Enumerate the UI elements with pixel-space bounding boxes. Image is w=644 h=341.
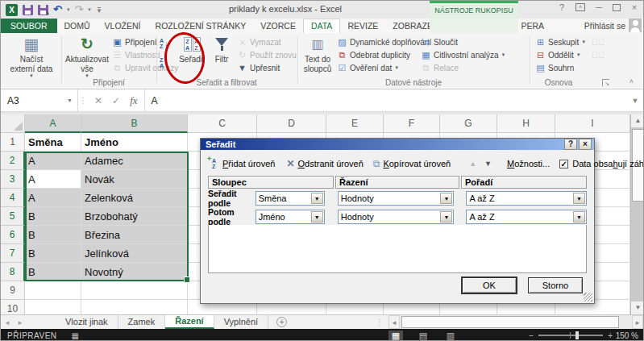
vertical-scrollbar[interactable]: ▲ ▼ bbox=[630, 114, 644, 314]
cancel-entry-icon[interactable]: ✕ bbox=[94, 95, 102, 106]
sign-in-link[interactable]: Přihlásit se bbox=[584, 19, 625, 33]
combo-arrow-icon[interactable]: ▼ bbox=[440, 193, 452, 204]
combo-arrow-icon[interactable]: ▼ bbox=[311, 211, 323, 222]
cell-b[interactable] bbox=[81, 281, 188, 300]
get-external-data-button[interactable]: ▦ Načíst externí data▼ bbox=[7, 35, 56, 79]
row-header[interactable]: 7 bbox=[1, 244, 25, 263]
column-header-a[interactable]: A bbox=[25, 114, 81, 133]
column-header-c[interactable]: C bbox=[188, 114, 257, 133]
maximize-button[interactable] bbox=[613, 4, 621, 11]
group-cells-button[interactable]: ⊞Seskupit▼ bbox=[535, 36, 586, 48]
column-header-e[interactable]: E bbox=[326, 114, 384, 133]
delete-level-button[interactable]: ✕ Odstranit úroveň bbox=[286, 158, 363, 169]
then-by-column-select[interactable]: Jméno▼ bbox=[256, 210, 325, 224]
sort-dialog-titlebar[interactable]: Seřadit ? × bbox=[201, 139, 594, 150]
cell-b[interactable]: Jelínková bbox=[81, 244, 188, 263]
cell-a[interactable]: A bbox=[25, 170, 81, 189]
cell-b[interactable]: Novotný bbox=[81, 263, 188, 281]
close-button[interactable]: × bbox=[629, 2, 640, 12]
cell-a[interactable] bbox=[25, 300, 81, 314]
minimize-button[interactable]: ─ bbox=[593, 2, 605, 12]
sheet-tab-vyplneni[interactable]: Vyplnění bbox=[214, 315, 268, 329]
expand-formula-bar-icon[interactable]: ▼ bbox=[627, 89, 643, 111]
combo-arrow-icon[interactable]: ▼ bbox=[311, 193, 323, 204]
tab-revize[interactable]: REVIZE bbox=[340, 19, 385, 33]
undo-button[interactable]: ↶ bbox=[53, 4, 62, 15]
advanced-filter-button[interactable]: ▼Upřesnit bbox=[237, 62, 297, 73]
move-level-down-icon[interactable]: ▼ bbox=[484, 160, 492, 168]
page-layout-view-icon[interactable]: ▤ bbox=[416, 331, 430, 341]
row-header[interactable]: 5 bbox=[1, 207, 25, 226]
name-box[interactable]: A3▼ bbox=[1, 89, 78, 111]
cell-b[interactable]: Adamec bbox=[81, 152, 188, 170]
row-header[interactable]: 4 bbox=[1, 189, 25, 207]
redo-dropdown-icon[interactable]: ▾ bbox=[88, 6, 91, 13]
hscroll-left-icon[interactable]: ◂ bbox=[388, 315, 400, 329]
subtotal-button[interactable]: ▤Souhrn bbox=[535, 62, 586, 73]
osnova-dialog-launcher[interactable]: ↘ bbox=[602, 79, 609, 86]
tab-data[interactable]: DATA bbox=[303, 19, 340, 33]
help-button[interactable]: ? bbox=[556, 2, 567, 12]
ungroup-button[interactable]: ⊟Oddělit▼ bbox=[535, 49, 586, 60]
column-header-g[interactable]: G bbox=[440, 114, 497, 133]
cell-a[interactable]: B bbox=[25, 263, 81, 281]
sort-desc-button[interactable]: ZA↓ bbox=[160, 57, 168, 69]
sheet-tab-razeni[interactable]: Řazení bbox=[165, 315, 214, 329]
column-header-f[interactable]: F bbox=[384, 114, 440, 133]
cell-a[interactable]: B bbox=[25, 244, 81, 263]
ok-button[interactable]: OK bbox=[462, 277, 517, 293]
cell-b[interactable]: Březina bbox=[81, 226, 188, 244]
formula-input[interactable]: A bbox=[145, 89, 627, 111]
dialog-help-button[interactable]: ? bbox=[564, 139, 577, 150]
column-header-b[interactable]: B bbox=[81, 114, 188, 133]
row-header[interactable]: 10 bbox=[1, 300, 25, 314]
cell-b[interactable]: Brzobohatý bbox=[81, 207, 188, 226]
page-break-view-icon[interactable]: ▥ bbox=[443, 331, 458, 341]
tab-soubor[interactable]: SOUBOR bbox=[1, 19, 57, 33]
hscroll-right-icon[interactable]: ▸ bbox=[632, 315, 643, 329]
sheet-nav-right-icon[interactable]: ▸ bbox=[14, 315, 27, 329]
sort-asc-button[interactable]: AZ↓ bbox=[160, 38, 168, 49]
sheet-nav-left-icon[interactable]: ◂ bbox=[1, 315, 14, 329]
select-all-corner[interactable] bbox=[1, 114, 25, 133]
relationships-button[interactable]: ⧉Relace bbox=[421, 62, 506, 73]
filter-button[interactable]: Filtr bbox=[209, 35, 235, 64]
sort-on-select[interactable]: Hodnoty▼ bbox=[338, 191, 455, 206]
sort-on-select[interactable]: Hodnoty▼ bbox=[338, 210, 455, 224]
copy-level-button[interactable]: ⧉ Kopírovat úroveň bbox=[373, 158, 451, 169]
save-icon[interactable] bbox=[23, 5, 33, 15]
cell-b[interactable]: Novák bbox=[81, 170, 188, 189]
show-detail-button[interactable]: ⁺⃞ bbox=[592, 36, 602, 48]
sheet-tab-vlozit-jinak[interactable]: Vlozit jinak bbox=[56, 315, 118, 329]
save-as-icon[interactable]: ✎ bbox=[38, 5, 48, 15]
customize-qat-icon[interactable]: ▾ bbox=[98, 7, 102, 13]
cell-a[interactable]: B bbox=[25, 226, 81, 244]
dialog-close-button[interactable]: × bbox=[579, 139, 592, 150]
sort-order-select[interactable]: A až Z▼ bbox=[466, 210, 587, 224]
tab-vzorce[interactable]: VZORCE bbox=[253, 19, 303, 33]
tab-rozlozeni-stranky[interactable]: ROZLOŽENÍ STRÁNKY bbox=[148, 19, 254, 33]
horizontal-scrollbar-thumb[interactable] bbox=[401, 316, 619, 328]
normal-view-icon[interactable]: ▦ bbox=[388, 331, 403, 341]
zoom-in-icon[interactable]: + bbox=[608, 331, 613, 340]
zoom-percentage[interactable]: 150 % bbox=[616, 331, 638, 340]
reapply-button[interactable]: ↻Použít znovu bbox=[237, 49, 297, 60]
user-avatar[interactable] bbox=[629, 19, 642, 32]
header-row-checkbox[interactable]: ✓ Data obsahují záhlaví bbox=[559, 159, 644, 168]
row-header[interactable]: 6 bbox=[1, 226, 25, 244]
cell-a[interactable]: A bbox=[25, 189, 81, 207]
sheet-tab-zamek[interactable]: Zamek bbox=[118, 315, 166, 329]
zoom-slider-thumb[interactable] bbox=[575, 331, 579, 339]
zoom-out-icon[interactable]: − bbox=[529, 331, 534, 340]
move-level-up-icon[interactable]: ▲ bbox=[469, 160, 476, 168]
combo-arrow-icon[interactable]: ▼ bbox=[573, 193, 585, 204]
sort-by-column-select[interactable]: Směna▼ bbox=[256, 191, 325, 206]
options-button[interactable]: Možnosti... bbox=[507, 159, 550, 168]
add-level-button[interactable]: +AZ Přidat úroveň bbox=[208, 158, 275, 169]
sort-order-select[interactable]: A až Z▼ bbox=[466, 191, 587, 206]
formula-bar-splitter[interactable]: ⋮ bbox=[78, 89, 88, 111]
clear-filter-button[interactable]: ⨯Vymazat bbox=[237, 36, 297, 48]
cell-b[interactable]: Jméno bbox=[81, 133, 188, 152]
hide-detail-button[interactable]: ⁻⃞ bbox=[592, 49, 602, 60]
new-sheet-button[interactable]: + bbox=[276, 317, 287, 327]
